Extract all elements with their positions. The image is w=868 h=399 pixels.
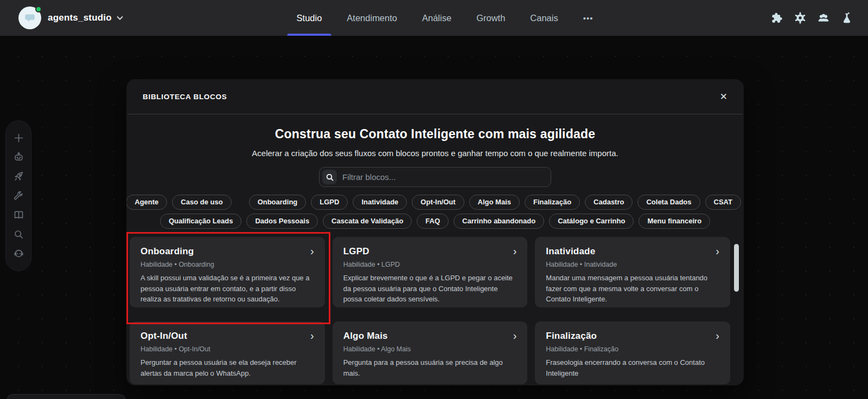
tab-label: Growth — [476, 13, 505, 23]
filter-chip-catalogo-carrinho[interactable]: Catálogo e Carrinho — [549, 214, 634, 229]
card-title: Onboarding — [141, 246, 194, 257]
library-subtitle: Acelerar a criação dos seus fluxos com b… — [126, 149, 744, 158]
tab-atendimento[interactable]: Atendimento — [347, 0, 397, 36]
chevron-down-icon[interactable] — [117, 16, 123, 20]
modal-title-label: BIBLIOTECA BLOCOS — [143, 93, 227, 101]
close-icon[interactable]: ✕ — [720, 92, 727, 101]
card-meta: Habilidade • Opt-In/Out — [141, 345, 314, 353]
chevron-right-icon[interactable]: › — [310, 330, 314, 341]
card-meta: Habilidade • LGPD — [343, 261, 517, 268]
tab-label: Atendimento — [347, 13, 397, 23]
tab-analise[interactable]: Análise — [422, 0, 451, 36]
modal-header: BIBLIOTECA BLOCOS ✕ — [126, 79, 744, 114]
chat-bubble-icon — [24, 12, 36, 24]
tab-canais[interactable]: Canais — [530, 0, 558, 36]
filter-chip-algo-mais[interactable]: Algo Mais — [469, 195, 520, 210]
filter-chip-caso-de-uso[interactable]: Caso de uso — [172, 195, 231, 210]
navbar-action-icons — [771, 0, 853, 36]
card-meta: Habilidade • Inatividade — [546, 261, 719, 268]
workspace-brand[interactable]: agents_studio — [18, 0, 123, 36]
tab-studio[interactable]: Studio — [297, 0, 322, 36]
block-card-inatividade[interactable]: Inatividade › Habilidade • Inatividade M… — [535, 237, 730, 307]
chevron-right-icon[interactable]: › — [513, 246, 517, 256]
card-title: Finalização — [546, 331, 597, 342]
add-plus-icon[interactable] — [13, 132, 24, 144]
card-description: Pergunta para a pessoa usuária se precis… — [343, 357, 517, 378]
chevron-right-icon[interactable]: › — [716, 246, 719, 256]
card-title: LGPD — [343, 246, 369, 257]
main-nav-tabs: Studio Atendimento Análise Growth Canais… — [297, 0, 593, 36]
modal-scrollbar-thumb[interactable] — [734, 244, 739, 292]
filter-chip-menu-financeiro[interactable]: Menu financeiro — [639, 214, 710, 229]
workspace-name[interactable]: agents_studio — [48, 12, 112, 23]
block-card-lgpd[interactable]: LGPD › Habilidade • LGPD Explicar brevem… — [333, 237, 528, 307]
card-description: Fraseologia encerrando a conversa com o … — [546, 357, 719, 378]
card-title: Opt-In/Out — [141, 331, 187, 342]
search-icon[interactable] — [13, 229, 24, 240]
block-card-opt-in-out[interactable]: Opt-In/Out › Habilidade • Opt-In/Out Per… — [130, 321, 325, 384]
extensions-puzzle-icon[interactable] — [771, 12, 783, 24]
filter-search-field[interactable] — [319, 167, 551, 187]
settings-gear-icon[interactable] — [794, 12, 806, 24]
card-description: Perguntar a pessoa usuária se ela deseja… — [141, 357, 314, 378]
tab-growth[interactable]: Growth — [476, 0, 505, 36]
library-book-icon[interactable] — [13, 209, 24, 221]
filter-chip-coleta-dados[interactable]: Coleta Dados — [637, 195, 700, 210]
block-card-onboarding[interactable]: Onboarding › Habilidade • Onboarding A s… — [130, 237, 325, 307]
labs-flask-icon[interactable] — [841, 12, 853, 24]
filter-chip-qualificacao-leads[interactable]: Qualificação Leads — [160, 214, 242, 229]
chevron-right-icon[interactable]: › — [310, 246, 314, 256]
block-card-algo-mais[interactable]: Algo Mais › Habilidade • Algo Mais Pergu… — [333, 321, 528, 384]
wrench-icon[interactable] — [13, 190, 24, 202]
library-headline: Construa seu Contato Inteligente com mai… — [126, 127, 744, 141]
card-description: Explicar brevemente o que é a LGPD e peg… — [343, 273, 517, 305]
filter-chip-finalizacao[interactable]: Finalização — [525, 195, 580, 210]
block-card-finalizacao[interactable]: Finalização › Habilidade • Finalização F… — [535, 321, 730, 384]
workspace-avatar[interactable] — [18, 7, 41, 29]
blocks-library-modal: BIBLIOTECA BLOCOS ✕ Construa seu Contato… — [126, 79, 744, 385]
card-title: Inatividade — [546, 246, 595, 257]
filter-chip-carrinho-abandonado[interactable]: Carrinho abandonado — [454, 214, 544, 229]
online-status-dot — [35, 6, 42, 12]
filter-chip-agente[interactable]: Agente — [126, 195, 167, 210]
support-headset-icon[interactable] — [13, 248, 24, 259]
card-meta: Habilidade • Finalização — [546, 345, 719, 353]
tab-label: Análise — [422, 13, 451, 23]
modal-header-divider — [127, 114, 743, 114]
members-group-icon[interactable] — [818, 12, 829, 24]
filter-chip-inatividade[interactable]: Inatividade — [353, 195, 407, 210]
filter-chip-row-1: Habilidade Agente Caso de uso Onboarding… — [126, 195, 744, 210]
more-tabs-button[interactable]: ••• — [583, 0, 593, 36]
tab-label: Studio — [297, 13, 322, 23]
block-cards-grid: Onboarding › Habilidade • Onboarding A s… — [130, 237, 730, 384]
filter-chip-faq[interactable]: FAQ — [417, 214, 449, 229]
rocket-icon[interactable] — [13, 171, 24, 182]
builder-side-toolbar — [5, 120, 31, 271]
card-description: Mandar uma mensagem a pessoa usuária ten… — [546, 273, 719, 305]
bot-icon[interactable] — [13, 151, 24, 163]
filter-search-input[interactable] — [342, 172, 545, 182]
chevron-right-icon[interactable]: › — [513, 330, 517, 341]
card-title: Algo Mais — [343, 331, 388, 342]
card-meta: Habilidade • Algo Mais — [343, 345, 517, 353]
filter-chip-row-2: Qualificação Leads Dados Pessoais Cascat… — [126, 214, 744, 229]
filter-chip-opt-in-out[interactable]: Opt-In/Out — [412, 195, 464, 210]
filter-chip-onboarding[interactable]: Onboarding — [249, 195, 307, 210]
chevron-right-icon[interactable]: › — [716, 330, 719, 341]
filter-chip-csat[interactable]: CSAT — [705, 195, 741, 210]
card-meta: Habilidade • Onboarding — [141, 261, 314, 268]
filter-chip-cascata-validacao[interactable]: Cascata de Validação — [323, 214, 412, 229]
filter-chip-dados-pessoais[interactable]: Dados Pessoais — [246, 214, 318, 229]
tab-label: Canais — [530, 13, 558, 23]
card-description: A skill possui uma validação se é a prim… — [141, 273, 314, 305]
filter-chip-cadastro[interactable]: Cadastro — [585, 195, 633, 210]
search-icon — [322, 170, 337, 184]
bottom-left-cutoff-panel — [7, 394, 126, 399]
filter-chip-lgpd[interactable]: LGPD — [311, 195, 348, 210]
top-navbar: agents_studio Studio Atendimento Análise… — [0, 0, 868, 36]
